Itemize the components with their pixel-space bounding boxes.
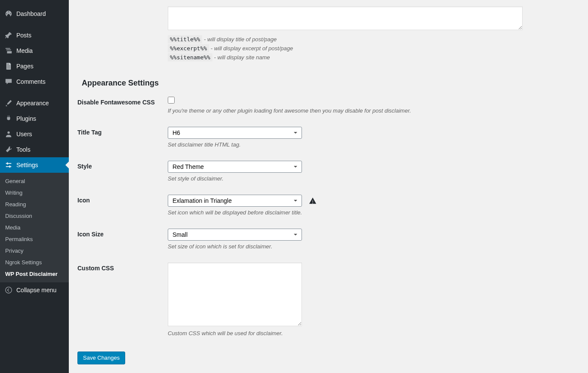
sidebar-item-plugins[interactable]: Plugins [0,111,69,126]
placeholder-title-code: %%title%% [168,35,202,43]
svg-rect-0 [7,63,11,69]
page-body: %%title%% - will display title of post/p… [69,0,588,373]
sidebar-item-label: Settings [16,162,38,168]
submenu-permalinks[interactable]: Permalinks [0,233,69,245]
svg-point-2 [6,287,12,293]
media-icon [4,46,13,55]
dashboard-icon [4,9,13,18]
custom-css-label: Custom CSS [77,256,163,343]
sidebar-item-label: Tools [16,146,31,153]
submenu-discussion[interactable]: Discussion [0,210,69,222]
submenu-wp-post-disclaimer[interactable]: WP Post Disclaimer [0,268,69,280]
style-label: Style [77,154,163,188]
submenu-general[interactable]: General [0,175,69,187]
sidebar-item-pages[interactable]: Pages [0,58,69,74]
sidebar-item-posts[interactable]: Posts [0,28,69,43]
appearance-settings-heading: Appearance Settings [82,79,579,88]
custom-css-textarea[interactable] [168,263,302,326]
admin-sidebar: Dashboard Posts Media Pages Comments App… [0,0,69,373]
style-help: Set style of disclaimer. [168,175,575,182]
wrench-icon [4,145,13,154]
icon-select[interactable]: Exlamation in Triangle [168,195,302,207]
pin-icon [4,31,13,40]
brush-icon [4,99,13,107]
sidebar-item-label: Posts [16,32,31,39]
sidebar-item-comments[interactable]: Comments [0,74,69,89]
submenu-media[interactable]: Media [0,222,69,233]
icon-help: Set icon which will be displayed before … [168,209,575,216]
disable-fontawesome-help: If you're theme or any other plugin load… [168,107,575,114]
collapse-menu[interactable]: Collapse menu [0,282,69,298]
sidebar-item-tools[interactable]: Tools [0,142,69,157]
disable-fontawesome-checkbox[interactable] [168,97,175,104]
placeholder-excerpt-code: %%excerpt%% [168,44,209,52]
settings-submenu: General Writing Reading Discussion Media… [0,173,69,282]
save-changes-button[interactable]: Save Changes [77,352,125,364]
description-textarea[interactable] [168,6,523,30]
svg-point-1 [7,131,9,134]
placeholder-sitename-desc: - will display site name [214,54,270,61]
sidebar-item-label: Comments [16,78,46,85]
style-select[interactable]: Red Theme [168,161,302,173]
sidebar-item-settings[interactable]: Settings [0,157,69,173]
placeholder-excerpt-desc: - will display excerpt of post/page [211,45,293,52]
submenu-writing[interactable]: Writing [0,187,69,199]
pages-icon [4,62,13,70]
title-tag-select[interactable]: H6 [168,127,302,139]
plug-icon [4,114,13,123]
title-tag-help: Set disclaimer title HTML tag. [168,141,575,148]
exclamation-triangle-icon [309,197,317,206]
placeholder-title-desc: - will display title of post/page [204,36,277,43]
sidebar-item-label: Users [16,131,32,138]
sidebar-item-users[interactable]: Users [0,126,69,142]
submenu-privacy[interactable]: Privacy [0,245,69,257]
submenu-ngrok[interactable]: Ngrok Settings [0,257,69,268]
sliders-icon [4,161,13,169]
placeholder-sitename-code: %%sitename%% [168,53,212,61]
sidebar-item-label: Appearance [16,100,49,107]
icon-size-label: Icon Size [77,222,163,256]
sidebar-item-dashboard[interactable]: Dashboard [0,6,69,21]
custom-css-help: Custom CSS which will be used for discla… [168,330,575,336]
title-tag-label: Title Tag [77,120,163,154]
comment-icon [4,77,13,86]
icon-size-help: Set size of icon which is set for discla… [168,243,575,250]
disable-fontawesome-label: Disable Fontawesome CSS [77,90,163,120]
sidebar-item-label: Plugins [16,115,36,122]
sidebar-item-label: Media [16,47,33,54]
placeholder-hints: %%title%% - will display title of post/p… [168,35,575,62]
icon-label: Icon [77,188,163,222]
icon-size-select[interactable]: Small [168,229,302,241]
sidebar-item-media[interactable]: Media [0,43,69,58]
collapse-icon [4,286,13,294]
user-icon [4,130,13,138]
sidebar-item-label: Pages [16,63,34,70]
collapse-label: Collapse menu [16,287,56,294]
submenu-reading[interactable]: Reading [0,199,69,210]
sidebar-item-appearance[interactable]: Appearance [0,95,69,111]
sidebar-item-label: Dashboard [16,10,46,17]
